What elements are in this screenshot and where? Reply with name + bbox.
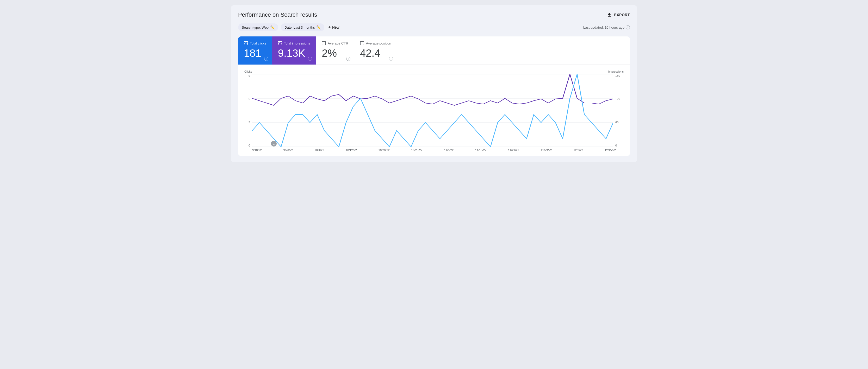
ctr-checkbox[interactable] xyxy=(322,41,326,45)
edit-date-icon: ✏️ xyxy=(316,25,321,29)
clicks-value: 181 xyxy=(244,48,266,58)
ctr-value: 2% xyxy=(322,48,348,58)
date-label: Date: Last 3 months xyxy=(284,26,315,29)
chart-svg-container: 1 xyxy=(252,74,613,147)
impressions-help: i xyxy=(308,56,312,61)
clicks-help: i xyxy=(264,56,268,61)
ctr-label: Average CTR xyxy=(328,41,348,45)
y-axis-right-label: Impressions xyxy=(608,70,624,73)
search-type-filter[interactable]: Search type: Web ✏️ xyxy=(238,24,278,31)
x-label-1: 9/26/22 xyxy=(283,148,293,152)
x-label-5: 10/28/22 xyxy=(411,148,423,152)
y-axis-right: 180 120 60 0 xyxy=(613,74,624,147)
last-updated-text: Last updated: 10 hours ago xyxy=(583,26,624,29)
y-right-tick-180: 180 xyxy=(615,74,620,77)
y-right-tick-60: 60 xyxy=(615,121,618,124)
x-label-8: 11/21/22 xyxy=(508,148,519,152)
data-point-bubble: 1 xyxy=(271,141,277,146)
new-button[interactable]: + New xyxy=(328,25,339,30)
new-label: New xyxy=(332,25,339,29)
x-label-2: 10/4/22 xyxy=(314,148,324,152)
plus-icon: + xyxy=(328,25,331,30)
chart-axes-labels: Clicks Impressions xyxy=(244,70,624,73)
impressions-label: Total impressions xyxy=(284,41,310,45)
y-left-tick-9: 9 xyxy=(249,74,250,77)
impressions-checkbox[interactable]: ✓ xyxy=(278,41,282,45)
ctr-info-icon[interactable]: i xyxy=(346,57,350,61)
header-row: Performance on Search results EXPORT xyxy=(238,11,630,18)
x-label-3: 10/12/22 xyxy=(346,148,357,152)
x-label-9: 11/29/22 xyxy=(541,148,552,152)
edit-search-type-icon: ✏️ xyxy=(270,25,275,29)
position-label: Average position xyxy=(366,41,391,45)
x-label-6: 11/5/22 xyxy=(444,148,454,152)
main-container: Performance on Search results EXPORT Sea… xyxy=(231,5,637,162)
chart-section: ✓ Total clicks 181 i ✓ Total impressions… xyxy=(238,36,630,156)
metric-impressions-label-row: ✓ Total impressions xyxy=(278,41,310,45)
metric-ctr-label-row: Average CTR xyxy=(322,41,348,45)
export-label: EXPORT xyxy=(614,13,630,17)
impressions-info-icon[interactable]: i xyxy=(308,57,312,61)
y-axis-left-label: Clicks xyxy=(244,70,252,73)
position-value: 42.4 xyxy=(360,48,391,58)
metrics-row: ✓ Total clicks 181 i ✓ Total impressions… xyxy=(238,36,630,65)
y-axis-left: 9 6 3 0 xyxy=(244,74,252,147)
ctr-help: i xyxy=(346,56,350,61)
last-updated: Last updated: 10 hours ago i xyxy=(583,25,630,29)
chart-area: Clicks Impressions 9 6 3 0 180 120 60 0 xyxy=(238,65,630,156)
last-updated-info-icon[interactable]: i xyxy=(626,25,630,29)
metric-total-impressions[interactable]: ✓ Total impressions 9.13K i xyxy=(272,36,316,65)
y-right-tick-120: 120 xyxy=(615,97,620,100)
y-left-tick-3: 3 xyxy=(249,121,250,124)
y-left-tick-0: 0 xyxy=(249,144,250,147)
clicks-info-icon[interactable]: i xyxy=(264,57,268,61)
chart-svg xyxy=(252,74,613,147)
date-filter[interactable]: Date: Last 3 months ✏️ xyxy=(281,24,324,31)
metric-average-position[interactable]: Average position 42.4 i xyxy=(354,36,397,65)
page-title: Performance on Search results xyxy=(238,11,317,18)
chart-wrapper: 9 6 3 0 180 120 60 0 xyxy=(244,74,624,147)
x-axis-row: 9/18/22 9/26/22 10/4/22 10/12/22 10/20/2… xyxy=(244,148,624,152)
position-checkbox[interactable] xyxy=(360,41,364,45)
clicks-checkbox[interactable]: ✓ xyxy=(244,41,248,45)
x-label-11: 12/15/22 xyxy=(604,148,616,152)
metric-total-clicks[interactable]: ✓ Total clicks 181 i xyxy=(238,36,272,65)
position-info-icon[interactable]: i xyxy=(389,57,393,61)
filter-row: Search type: Web ✏️ Date: Last 3 months … xyxy=(238,24,630,31)
x-label-10: 12/7/22 xyxy=(574,148,583,152)
y-left-tick-6: 6 xyxy=(249,97,250,100)
clicks-label: Total clicks xyxy=(250,41,266,45)
export-button[interactable]: EXPORT xyxy=(607,12,630,18)
metric-position-label-row: Average position xyxy=(360,41,391,45)
y-right-tick-0: 0 xyxy=(615,144,617,147)
impressions-line xyxy=(252,74,613,105)
search-type-label: Search type: Web xyxy=(242,26,269,29)
metric-average-ctr[interactable]: Average CTR 2% i xyxy=(316,36,354,65)
impressions-value: 9.13K xyxy=(278,48,310,58)
x-label-4: 10/20/22 xyxy=(378,148,390,152)
x-label-0: 9/18/22 xyxy=(252,148,262,152)
position-help: i xyxy=(389,56,393,61)
x-label-7: 11/13/22 xyxy=(475,148,486,152)
clicks-line xyxy=(252,74,613,147)
export-icon xyxy=(607,12,612,18)
metric-clicks-label-row: ✓ Total clicks xyxy=(244,41,266,45)
